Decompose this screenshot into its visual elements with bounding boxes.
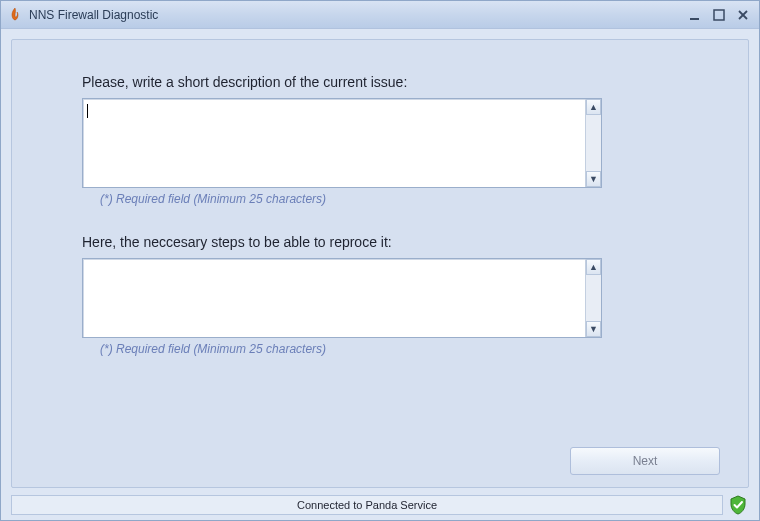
button-row: Next <box>570 447 720 475</box>
scroll-down-button[interactable]: ▼ <box>586 321 601 337</box>
shield-check-icon <box>727 494 749 516</box>
scroll-down-button[interactable]: ▼ <box>586 171 601 187</box>
close-button[interactable] <box>733 6 753 24</box>
description-hint: (*) Required field (Minimum 25 character… <box>100 192 678 206</box>
minimize-button[interactable] <box>685 6 705 24</box>
flame-icon <box>7 7 23 23</box>
spacer <box>82 206 678 234</box>
svg-rect-0 <box>690 18 699 20</box>
text-caret <box>87 104 88 118</box>
steps-label: Here, the neccesary steps to be able to … <box>82 234 678 250</box>
status-text: Connected to Panda Service <box>297 499 437 511</box>
description-label: Please, write a short description of the… <box>82 74 678 90</box>
svg-rect-1 <box>714 10 724 20</box>
main-panel: Please, write a short description of the… <box>11 39 749 488</box>
description-text[interactable] <box>83 99 585 187</box>
steps-scrollbar[interactable]: ▲ ▼ <box>585 259 601 337</box>
description-scrollbar[interactable]: ▲ ▼ <box>585 99 601 187</box>
scroll-up-button[interactable]: ▲ <box>586 99 601 115</box>
description-input[interactable]: ▲ ▼ <box>82 98 602 188</box>
steps-hint: (*) Required field (Minimum 25 character… <box>100 342 678 356</box>
steps-input[interactable]: ▲ ▼ <box>82 258 602 338</box>
titlebar: NNS Firewall Diagnostic <box>1 1 759 29</box>
steps-text[interactable] <box>83 259 585 337</box>
scroll-up-button[interactable]: ▲ <box>586 259 601 275</box>
maximize-button[interactable] <box>709 6 729 24</box>
next-button[interactable]: Next <box>570 447 720 475</box>
status-bar: Connected to Panda Service <box>11 494 749 516</box>
client-area: Please, write a short description of the… <box>1 29 759 520</box>
next-button-label: Next <box>633 454 658 468</box>
window-title: NNS Firewall Diagnostic <box>29 8 681 22</box>
app-window: NNS Firewall Diagnostic Please, write a … <box>0 0 760 521</box>
status-well: Connected to Panda Service <box>11 495 723 515</box>
